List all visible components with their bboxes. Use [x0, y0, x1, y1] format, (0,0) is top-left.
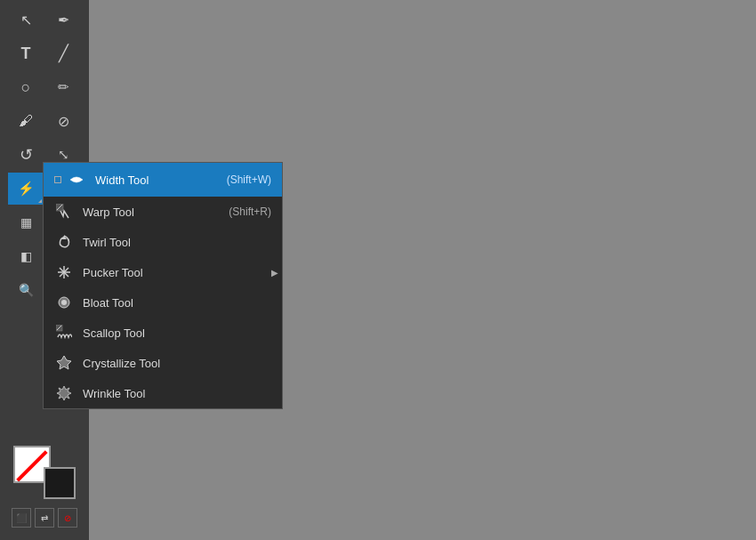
warp-icon: ⚡ [18, 181, 35, 197]
warp-tool-label: Warp Tool [83, 206, 134, 219]
type-tool-btn[interactable]: T [8, 37, 44, 69]
svg-marker-10 [57, 386, 71, 400]
pen-icon: ✒ [58, 12, 69, 28]
pucker-tool-icon [54, 262, 74, 282]
submenu-arrow-icon: ▶ [271, 268, 282, 278]
menu-item-wrinkle-tool[interactable]: Wrinkle Tool [44, 378, 282, 408]
gradient-icon: ◧ [20, 249, 32, 263]
selected-indicator [54, 176, 61, 183]
warp-tool-btn[interactable]: ⚡ [8, 173, 44, 205]
bloat-tool-label: Bloat Tool [83, 296, 133, 310]
eraser-tool-btn[interactable]: ⊘ [45, 105, 81, 137]
none-fill-btn[interactable]: ⊘ [58, 508, 77, 528]
ellipse-icon: ○ [21, 78, 31, 97]
menu-item-twirl-tool[interactable]: Twirl Tool [44, 227, 282, 257]
type-icon: T [21, 44, 31, 63]
bloat-tool-icon [54, 293, 74, 312]
rotate-icon: ↺ [20, 145, 33, 165]
wrinkle-tool-label: Wrinkle Tool [83, 387, 145, 400]
pencil-icon: ✏ [58, 79, 69, 95]
tool-row-3: ○ ✏ [0, 71, 89, 103]
menu-item-crystallize-tool[interactable]: Crystallize Tool [44, 348, 282, 378]
pencil-tool-btn[interactable]: ✏ [45, 71, 81, 103]
pen-tool-btn[interactable]: ✒ [45, 4, 81, 36]
warp-tool-icon [54, 202, 74, 222]
small-icons-row: ⬛ ⇄ ⊘ [12, 508, 77, 528]
width-tool-shortcut: (Shift+W) [227, 173, 271, 186]
scale-icon: ⤡ [58, 147, 69, 163]
submenu-indicator [38, 199, 42, 203]
tool-row-4: 🖌 ⊘ [0, 105, 89, 137]
menu-item-bloat-tool[interactable]: Bloat Tool [44, 287, 282, 318]
scallop-tool-icon [54, 323, 74, 343]
wrinkle-tool-icon [54, 383, 74, 403]
crystallize-tool-label: Crystallize Tool [83, 357, 160, 370]
ellipse-tool-btn[interactable]: ○ [8, 71, 44, 103]
menu-item-warp-tool[interactable]: Warp Tool (Shift+R) [44, 197, 282, 227]
paintbrush-icon: 🖌 [19, 113, 33, 129]
gradient-tool-btn[interactable]: ◧ [8, 240, 44, 272]
selection-tool-btn[interactable]: ↖ [8, 4, 44, 36]
warp-tool-shortcut: (Shift+R) [229, 206, 271, 218]
brush-tool-btn[interactable]: 🖌 [8, 105, 44, 137]
swap-colors-btn[interactable]: ⇄ [35, 508, 54, 528]
menu-item-width-tool[interactable]: Width Tool (Shift+W) [44, 163, 282, 197]
twirl-tool-label: Twirl Tool [83, 236, 131, 249]
swatch-group [13, 446, 76, 499]
zoom-tool-btn[interactable]: 🔍 [8, 274, 44, 306]
width-tool-icon [67, 170, 86, 189]
selection-icon: ↖ [20, 12, 32, 28]
svg-marker-9 [57, 356, 71, 369]
zoom-icon: 🔍 [19, 283, 34, 297]
line-icon: ╱ [59, 44, 68, 63]
graph-tool-btn[interactable]: ▦ [8, 206, 44, 238]
width-tool-svg [68, 172, 84, 188]
twirl-tool-icon [54, 232, 74, 252]
dropdown-menu: Width Tool (Shift+W) Warp Tool (Shift+R)… [43, 162, 283, 409]
graph-icon: ▦ [20, 215, 32, 230]
crystallize-tool-icon [54, 353, 74, 373]
line-tool-btn[interactable]: ╱ [45, 37, 81, 69]
width-tool-label: Width Tool [95, 173, 149, 187]
tool-row-2: T ╱ [0, 37, 89, 69]
pucker-tool-label: Pucker Tool [83, 266, 143, 279]
default-colors-btn[interactable]: ⬛ [12, 508, 31, 528]
background-swatch[interactable] [44, 467, 76, 499]
menu-item-pucker-tool[interactable]: Pucker Tool ▶ [44, 257, 282, 287]
rotate-tool-btn[interactable]: ↺ [8, 139, 44, 171]
svg-point-7 [61, 300, 67, 305]
tool-row-1: ↖ ✒ [0, 4, 89, 36]
menu-item-scallop-tool[interactable]: Scallop Tool [44, 318, 282, 348]
scallop-tool-label: Scallop Tool [83, 326, 145, 340]
eraser-icon: ⊘ [58, 113, 69, 130]
color-area: ⬛ ⇄ ⊘ [0, 433, 89, 540]
